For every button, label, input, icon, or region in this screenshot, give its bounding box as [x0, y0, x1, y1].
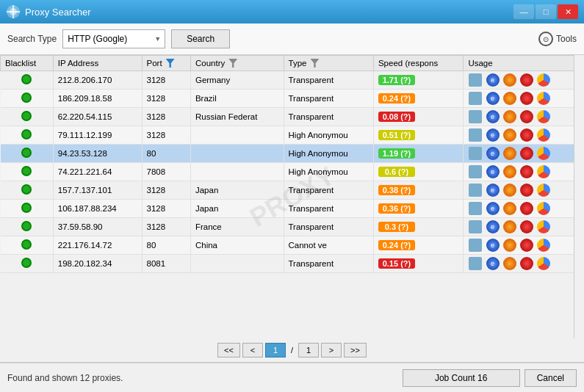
type-filter-icon[interactable] — [310, 59, 319, 68]
copy-icon[interactable] — [469, 184, 482, 197]
usage-cell[interactable]: e — [464, 218, 584, 236]
search-button[interactable]: Search — [171, 29, 230, 48]
chrome-icon[interactable] — [537, 220, 550, 233]
ie-icon[interactable]: e — [486, 184, 500, 197]
firefox-icon[interactable] — [503, 184, 516, 197]
maximize-button[interactable]: □ — [536, 4, 556, 19]
first-page-button[interactable]: << — [217, 343, 240, 357]
opera-icon[interactable] — [520, 239, 533, 252]
chrome-icon[interactable] — [537, 110, 550, 123]
table-row[interactable]: 37.59.58.90 3128 France Transparent 0.3 … — [1, 218, 584, 236]
ie-icon[interactable]: e — [486, 220, 500, 233]
usage-cell[interactable]: e — [464, 163, 584, 181]
copy-icon[interactable] — [469, 92, 482, 105]
tools-button[interactable]: ⊙ Tools — [538, 32, 577, 46]
usage-cell[interactable]: e — [464, 71, 584, 90]
opera-icon[interactable] — [520, 165, 533, 178]
prev-page-button[interactable]: < — [242, 343, 263, 357]
page-separator: / — [288, 344, 296, 357]
opera-icon[interactable] — [520, 202, 533, 215]
opera-icon[interactable] — [520, 257, 533, 270]
copy-icon[interactable] — [469, 110, 482, 123]
copy-icon[interactable] — [469, 147, 482, 160]
firefox-icon[interactable] — [503, 128, 516, 142]
table-row[interactable]: 157.7.137.101 3128 Japan Transparent 0.3… — [1, 181, 584, 200]
table-row[interactable]: 212.8.206.170 3128 Germany Transparent 1… — [1, 71, 584, 90]
ie-icon[interactable]: e — [486, 239, 500, 252]
usage-cell[interactable]: e — [464, 108, 584, 126]
table-row[interactable]: 79.111.12.199 3128 High Anonymou 0.51 (?… — [1, 126, 584, 145]
firefox-icon[interactable] — [503, 257, 516, 270]
table-row[interactable]: 198.20.182.34 8081 Transparent 0.15 (?) … — [1, 255, 584, 273]
search-type-wrapper[interactable]: HTTP (Google) HTTPS SOCKS4 SOCKS5 — [62, 29, 165, 48]
usage-cell[interactable]: e — [464, 126, 584, 145]
current-page-button[interactable]: 1 — [265, 343, 286, 357]
opera-icon[interactable] — [520, 184, 533, 197]
firefox-icon[interactable] — [503, 110, 516, 123]
ie-icon[interactable]: e — [486, 147, 500, 160]
opera-icon[interactable] — [520, 147, 533, 160]
table-row[interactable]: 74.221.221.64 7808 High Anonymou 0.6 (?)… — [1, 163, 584, 181]
ie-icon[interactable]: e — [486, 165, 500, 178]
copy-icon[interactable] — [469, 257, 482, 270]
chrome-icon[interactable] — [537, 239, 550, 252]
chrome-icon[interactable] — [537, 165, 550, 178]
ip-cell: 212.8.206.170 — [53, 71, 142, 90]
chrome-icon[interactable] — [537, 202, 550, 215]
chrome-icon[interactable] — [537, 92, 550, 105]
opera-icon[interactable] — [520, 92, 533, 105]
cancel-button[interactable]: Cancel — [524, 369, 577, 387]
copy-icon[interactable] — [469, 128, 482, 142]
copy-icon[interactable] — [469, 165, 482, 178]
table-row[interactable]: 221.176.14.72 80 China Cannot ve 0.24 (?… — [1, 236, 584, 255]
copy-icon[interactable] — [469, 202, 482, 215]
ie-icon[interactable]: e — [486, 92, 500, 105]
firefox-icon[interactable] — [503, 165, 516, 178]
job-count-button[interactable]: Job Count 16 — [403, 369, 520, 387]
opera-icon[interactable] — [520, 73, 533, 87]
firefox-icon[interactable] — [503, 73, 516, 87]
close-button[interactable]: ✕ — [558, 4, 578, 19]
firefox-icon[interactable] — [503, 220, 516, 233]
usage-cell[interactable]: e — [464, 255, 584, 273]
port-filter-icon[interactable] — [166, 59, 175, 68]
copy-icon[interactable] — [469, 73, 482, 87]
table-row[interactable]: 106.187.88.234 3128 Japan Transparent 0.… — [1, 200, 584, 218]
search-type-select[interactable]: HTTP (Google) HTTPS SOCKS4 SOCKS5 — [62, 29, 165, 48]
copy-icon[interactable] — [469, 220, 482, 233]
ie-icon[interactable]: e — [486, 128, 500, 142]
opera-icon[interactable] — [520, 220, 533, 233]
chrome-icon[interactable] — [537, 184, 550, 197]
opera-icon[interactable] — [520, 128, 533, 142]
usage-cell[interactable]: e — [464, 200, 584, 218]
firefox-icon[interactable] — [503, 92, 516, 105]
table-row[interactable]: 94.23.53.128 80 High Anonymou 1.19 (?) e — [1, 145, 584, 163]
total-pages-button[interactable]: 1 — [298, 343, 319, 357]
copy-icon[interactable] — [469, 239, 482, 252]
table-row[interactable]: 62.220.54.115 3128 Russian Federat Trans… — [1, 108, 584, 126]
chrome-icon[interactable] — [537, 73, 550, 87]
ie-icon[interactable]: e — [486, 202, 500, 215]
firefox-icon[interactable] — [503, 147, 516, 160]
country-filter-icon[interactable] — [228, 59, 237, 68]
firefox-icon[interactable] — [503, 202, 516, 215]
opera-icon[interactable] — [520, 110, 533, 123]
usage-cell[interactable]: e — [464, 181, 584, 200]
usage-cell[interactable]: e — [464, 145, 584, 163]
ie-icon[interactable]: e — [486, 257, 500, 270]
firefox-icon[interactable] — [503, 239, 516, 252]
chrome-icon[interactable] — [537, 128, 550, 142]
ie-icon[interactable]: e — [486, 110, 500, 123]
scrollbar[interactable] — [574, 55, 584, 338]
minimize-button[interactable]: — — [513, 4, 534, 19]
last-page-button[interactable]: >> — [344, 343, 367, 357]
chrome-icon[interactable] — [537, 147, 550, 160]
table-row[interactable]: 186.209.18.58 3128 Brazil Transparent 0.… — [1, 90, 584, 108]
chrome-icon[interactable] — [537, 257, 550, 270]
ip-cell: 221.176.14.72 — [53, 236, 142, 255]
next-page-button[interactable]: > — [321, 343, 342, 357]
usage-cell[interactable]: e — [464, 90, 584, 108]
ie-icon[interactable]: e — [486, 73, 500, 87]
usage-cell[interactable]: e — [464, 236, 584, 255]
blacklist-cell — [1, 200, 54, 218]
